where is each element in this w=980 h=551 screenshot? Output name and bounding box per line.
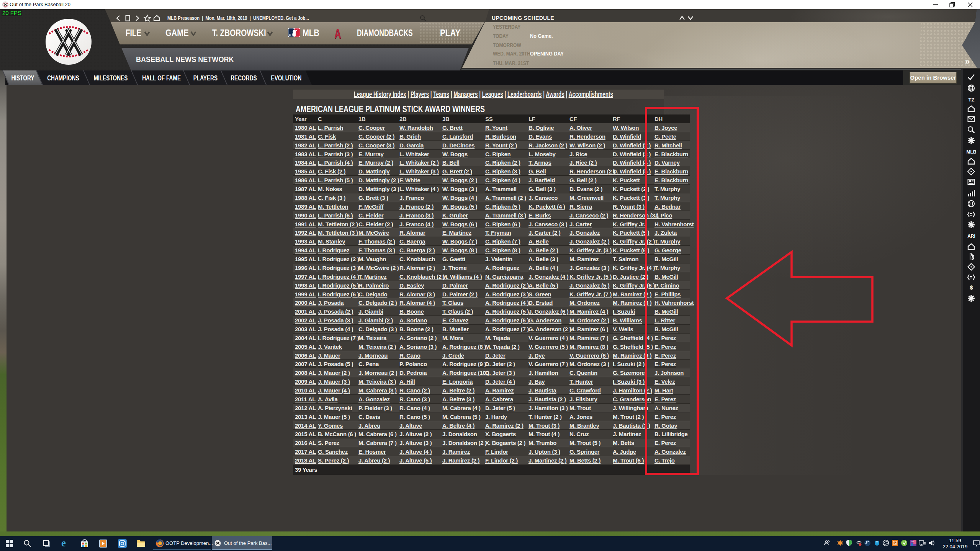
svg-text:Tru: Tru: [911, 540, 914, 543]
